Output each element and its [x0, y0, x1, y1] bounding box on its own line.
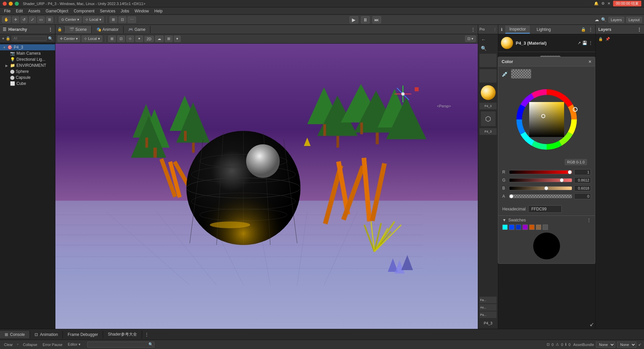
menu-component[interactable]: Component: [71, 8, 97, 14]
swatch-grey[interactable]: [543, 225, 548, 230]
tool-rotate[interactable]: ↺: [20, 16, 28, 23]
swatch-purple[interactable]: [522, 225, 528, 230]
minimize-icon[interactable]: 🔔: [594, 1, 599, 6]
scene-space-button[interactable]: ⊹ Local ▾: [82, 36, 102, 42]
menu-services[interactable]: Services: [97, 8, 118, 14]
cp-bottom-arrow[interactable]: ↙: [590, 321, 594, 328]
folder-preview2[interactable]: [479, 69, 497, 83]
menu-assets[interactable]: Assets: [26, 8, 43, 14]
snap-button[interactable]: ⊞: [109, 16, 117, 23]
menu-edit[interactable]: Edit: [13, 8, 26, 14]
cp-hex-input[interactable]: [528, 205, 562, 213]
console-menu-icon[interactable]: ⋮: [142, 332, 151, 337]
tool-hand[interactable]: ✋: [2, 16, 11, 23]
menu-gameobject[interactable]: GameObject: [43, 8, 71, 14]
tool-move[interactable]: ✛: [12, 16, 19, 23]
color-wheel-container[interactable]: [513, 86, 580, 153]
folder-preview1[interactable]: [479, 54, 497, 67]
cp-b-slider[interactable]: [509, 186, 572, 190]
tab-game[interactable]: 🎮 Game: [124, 26, 150, 33]
menu-jobs[interactable]: Jobs: [118, 8, 132, 14]
cp-r-slider[interactable]: [509, 170, 572, 174]
play-button[interactable]: ▶: [350, 16, 358, 23]
scene-view-button[interactable]: ⊡ ▾: [465, 36, 476, 42]
gizmo-close[interactable]: [415, 87, 419, 91]
scene-grid-toggle[interactable]: ⊞: [108, 36, 116, 42]
nav-back-icon[interactable]: ←: [479, 36, 488, 44]
layers-icon[interactable]: ⋮: [637, 27, 641, 32]
asset-bundle-select2[interactable]: None: [617, 342, 636, 348]
menu-help[interactable]: Help: [152, 8, 166, 14]
tree-item-sphere[interactable]: ⬤ Sphere: [0, 68, 55, 74]
tool-all[interactable]: ⊞: [46, 16, 53, 23]
tree-item-capsule[interactable]: ⬤ Capsule: [0, 74, 55, 81]
cp-g-slider[interactable]: [509, 178, 572, 182]
tab-scene[interactable]: 🎬 Scene: [64, 26, 92, 33]
tree-item-environment[interactable]: ▶ 📁 ENVIRONMENT: [0, 62, 55, 68]
asset-bundle-select1[interactable]: None: [596, 342, 615, 348]
tree-item-p43[interactable]: ▼ 🎯 P4_3 ⋮: [0, 44, 55, 50]
swatch-brown[interactable]: [536, 225, 541, 230]
pause-button[interactable]: ⏸: [361, 16, 370, 23]
swatch-cyan[interactable]: [502, 225, 508, 230]
layers-button[interactable]: Layers: [608, 17, 624, 23]
recording-timer[interactable]: 00:00:00 结束: [613, 1, 641, 6]
material-save-icon[interactable]: 💾: [582, 41, 587, 45]
swatch-blue[interactable]: [509, 225, 514, 230]
assets-strip-icon[interactable]: ⋮: [493, 28, 497, 31]
swatches-arrow[interactable]: ▼: [502, 218, 506, 222]
menu-window[interactable]: Window: [132, 8, 152, 14]
hierarchy-filter-icon[interactable]: 🔍: [48, 36, 53, 41]
collapse-button[interactable]: Collapse: [21, 342, 39, 347]
tab-frame-debugger[interactable]: Frame Debugger: [63, 331, 103, 338]
settings-icon[interactable]: ⚙: [601, 1, 605, 6]
inspector-lock-icon[interactable]: 🔒: [581, 27, 586, 32]
scene-pivot-button[interactable]: ✛ Center ▾: [57, 36, 80, 42]
tree-options-p43[interactable]: ⋮: [49, 46, 52, 49]
folder-fa[interactable]: Fa...: [479, 297, 497, 303]
cp-a-slider[interactable]: [509, 194, 572, 198]
scene-render-toggle[interactable]: ⊡: [117, 36, 125, 42]
scene-menu-icon[interactable]: ⋮: [468, 27, 478, 32]
hierarchy-menu-icon[interactable]: ⋮: [48, 27, 52, 32]
tab-animation[interactable]: ⊡ Animation: [30, 331, 63, 338]
tool-rect[interactable]: ▭: [37, 16, 45, 23]
scene-2d-button[interactable]: 2D: [144, 36, 154, 42]
scene-fx-button[interactable]: ✦: [135, 36, 143, 42]
console-search-input[interactable]: [87, 342, 154, 348]
cp-eyedropper-icon[interactable]: 💉: [502, 71, 508, 77]
cp-r-value[interactable]: [574, 169, 591, 175]
editor-button[interactable]: Editor ▾: [66, 342, 82, 347]
tab-animator[interactable]: 🎭 Animator: [92, 26, 124, 33]
scene-extra-button[interactable]: ▾: [174, 36, 181, 42]
hierarchy-add-icon[interactable]: +: [2, 36, 4, 41]
swatch-orange[interactable]: [529, 225, 535, 230]
scene-lock-icon[interactable]: 🔒: [57, 27, 62, 32]
hierarchy-search[interactable]: [12, 36, 47, 41]
tab-inspector[interactable]: Inspector: [505, 26, 530, 34]
material-open-icon[interactable]: ↗: [578, 41, 581, 45]
tool-scale[interactable]: ⤢: [29, 16, 36, 23]
cp-b-value[interactable]: [574, 185, 591, 191]
collab-icon[interactable]: ☁: [595, 17, 599, 22]
3d-preview-icon[interactable]: ⬡: [481, 111, 496, 126]
close-icon[interactable]: ✕: [607, 1, 610, 6]
step-button[interactable]: ⏭: [372, 16, 381, 23]
cp-g-value[interactable]: [574, 177, 591, 183]
grid-button[interactable]: ⊡: [119, 16, 126, 23]
nav-forward-icon[interactable]: 🔍: [479, 44, 488, 52]
clear-button[interactable]: Clear: [3, 342, 14, 347]
close-button[interactable]: [3, 2, 7, 6]
scene-audio-button[interactable]: ⊹: [126, 36, 134, 42]
space-local-button[interactable]: ⊹ Local ▾: [83, 16, 103, 23]
search-icon[interactable]: 🔍: [601, 17, 606, 22]
inspector-menu-icon[interactable]: ⋮: [589, 27, 593, 32]
minimize-button[interactable]: [9, 2, 13, 6]
maximize-button[interactable]: [15, 2, 19, 6]
scene-stats-button[interactable]: ☁: [155, 36, 164, 42]
pivot-center-button[interactable]: ⊙ Center ▾: [59, 16, 82, 23]
layers-pin[interactable]: 📌: [605, 37, 610, 41]
error-pause-button[interactable]: Error Pause: [41, 342, 64, 347]
scene-gizmos-button[interactable]: ⊞: [165, 36, 173, 42]
layout-button[interactable]: Layout: [626, 17, 642, 23]
